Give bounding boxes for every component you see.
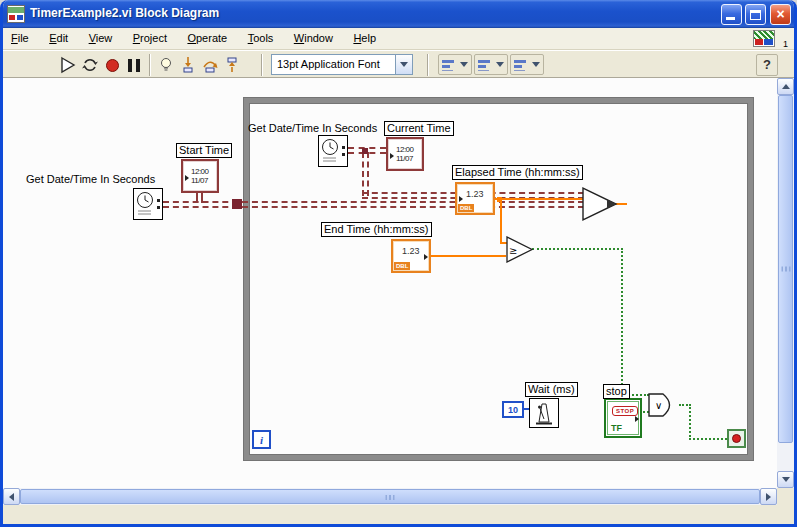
menu-item-project[interactable]: Project	[125, 28, 175, 47]
loop-tunnel[interactable]	[232, 199, 242, 209]
menu-item-file[interactable]: File	[3, 28, 37, 47]
get-datetime-outer-label[interactable]: Get Date/Time In Seconds	[26, 173, 155, 185]
loop-condition-terminal[interactable]	[727, 429, 746, 448]
step-into-icon	[178, 55, 198, 75]
thumb-grip	[781, 267, 790, 272]
stop-label[interactable]: stop	[603, 384, 630, 399]
get-datetime-loop-label[interactable]: Get Date/Time In Seconds	[248, 122, 377, 134]
iteration-terminal[interactable]: i	[252, 430, 271, 449]
get-datetime-icon-loop[interactable]	[318, 135, 348, 167]
horizontal-scrollbar[interactable]	[3, 488, 777, 505]
wait-ms-label[interactable]: Wait (ms)	[525, 382, 578, 397]
current-time-terminal[interactable]: 12:00 11/07	[386, 137, 424, 171]
elapsed-branch-wire-v[interactable]	[500, 200, 502, 244]
reorder-icon	[514, 59, 528, 71]
close-button[interactable]: ×	[770, 4, 791, 25]
block-diagram-canvas: Get Date/Time In Seconds Start Time 12:0…	[3, 78, 777, 488]
indicator-arrow-icon	[390, 153, 394, 159]
indicator-arrow-icon	[185, 175, 189, 181]
start-time-date: 11/07	[191, 176, 217, 185]
scroll-left-button[interactable]	[3, 488, 20, 505]
greater-equal-node[interactable]: ≥	[506, 236, 534, 263]
dbl-type-chip: DBL	[394, 262, 410, 270]
dbl-type-chip: DBL	[458, 204, 474, 212]
stop-button-glyph: STOP	[612, 406, 638, 416]
scroll-down-button[interactable]	[777, 471, 794, 488]
thumb-grip	[386, 495, 395, 500]
menu-item-window[interactable]: Window	[286, 28, 341, 47]
current-time-date: 11/07	[396, 154, 422, 163]
boolean-wire-or-v[interactable]	[689, 404, 691, 440]
current-time-value: 12:00	[396, 145, 422, 154]
chevron-down-icon	[496, 62, 504, 67]
subtract-node[interactable]	[582, 186, 618, 222]
boolean-wire-compare-h[interactable]	[532, 248, 623, 250]
minimize-button[interactable]	[721, 4, 742, 25]
scroll-up-button[interactable]	[777, 78, 794, 95]
maximize-icon	[750, 10, 761, 20]
maximize-button[interactable]	[745, 4, 766, 25]
distribute-objects-icon	[478, 59, 492, 71]
title-bar: TimerExample2.vi Block Diagram ×	[0, 0, 797, 28]
window-title: TimerExample2.vi Block Diagram	[30, 6, 219, 20]
pause-button[interactable]	[123, 54, 145, 76]
chevron-down-icon	[532, 62, 540, 67]
highlight-execution-button[interactable]	[155, 54, 177, 76]
timestamp-wire-main[interactable]	[163, 201, 584, 208]
scroll-right-button[interactable]	[760, 488, 777, 505]
stop-terminal[interactable]: STOP TF	[604, 398, 642, 438]
menu-item-view[interactable]: View	[81, 28, 121, 47]
wait-ms-node[interactable]	[529, 398, 559, 428]
boolean-wire-or-h[interactable]	[689, 438, 727, 440]
pause-icon	[136, 59, 140, 72]
font-selector-value: 13pt Application Font	[272, 55, 395, 74]
elapsed-time-terminal[interactable]: 1.23 DBL	[455, 182, 495, 215]
step-over-button[interactable]	[199, 54, 221, 76]
distribute-objects-dropdown[interactable]	[474, 54, 508, 75]
arrow-up-icon	[782, 84, 790, 89]
abort-button[interactable]	[101, 54, 123, 76]
current-time-label[interactable]: Current Time	[384, 121, 454, 136]
step-into-button[interactable]	[177, 54, 199, 76]
end-time-wire[interactable]	[431, 255, 506, 257]
vi-icon	[753, 30, 775, 47]
indicator-arrow-icon	[459, 196, 463, 202]
run-button[interactable]	[57, 54, 79, 76]
step-out-icon	[222, 55, 242, 75]
timestamp-wire-current-drop[interactable]	[362, 152, 369, 196]
vi-icon-area[interactable]: 1	[753, 29, 789, 49]
metronome-icon	[530, 399, 558, 427]
menu-item-operate[interactable]: Operate	[179, 28, 235, 47]
run-continuously-button[interactable]	[79, 54, 101, 76]
vertical-scroll-thumb[interactable]	[778, 95, 793, 443]
horizontal-scroll-thumb[interactable]	[20, 489, 760, 504]
help-button[interactable]: ?	[756, 54, 778, 76]
elapsed-time-value: 1.23	[466, 189, 484, 199]
elapsed-time-label[interactable]: Elapsed Time (hh:mm:ss)	[452, 165, 583, 180]
start-time-label[interactable]: Start Time	[176, 143, 232, 158]
boolean-wire-compare-v[interactable]	[621, 248, 623, 396]
vertical-scrollbar[interactable]	[777, 78, 794, 488]
scrollbar-corner	[777, 488, 794, 505]
reorder-dropdown[interactable]	[510, 54, 544, 75]
start-time-terminal[interactable]: 12:00 11/07	[181, 159, 219, 193]
step-out-button[interactable]	[221, 54, 243, 76]
font-selector[interactable]: 13pt Application Font	[271, 54, 413, 75]
clock-icon	[134, 189, 162, 219]
end-time-terminal[interactable]: 1.23 DBL	[391, 239, 431, 273]
or-node[interactable]: ∨	[646, 390, 680, 420]
step-over-icon	[200, 55, 220, 75]
app-icon[interactable]	[7, 5, 25, 23]
pause-icon	[128, 59, 132, 72]
get-datetime-icon-outer[interactable]	[133, 188, 163, 220]
bottom-strip	[3, 505, 794, 524]
toolbar-separator	[149, 54, 151, 76]
elapsed-wire[interactable]	[495, 198, 584, 200]
wait-constant[interactable]: 10	[502, 401, 524, 418]
align-objects-dropdown[interactable]	[438, 54, 472, 75]
menu-item-edit[interactable]: Edit	[41, 28, 76, 47]
font-selector-dropdown-button[interactable]	[395, 55, 412, 74]
end-time-label[interactable]: End Time (hh:mm:ss)	[321, 222, 432, 237]
menu-item-tools[interactable]: Tools	[240, 28, 282, 47]
menu-item-help[interactable]: Help	[345, 28, 384, 47]
